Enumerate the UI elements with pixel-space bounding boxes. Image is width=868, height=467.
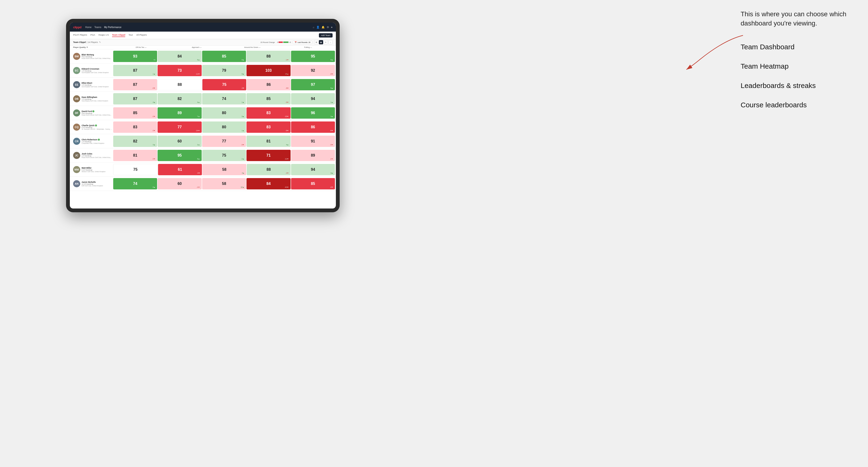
stat-cell[interactable]: 83-10▼: [247, 107, 290, 119]
sub-nav-all-players[interactable]: All Players: [136, 33, 147, 37]
nav-home[interactable]: Home: [85, 26, 92, 29]
stat-cell[interactable]: 84-21▼: [247, 178, 290, 189]
stat-cell[interactable]: 801▲: [202, 121, 246, 133]
stat-cell[interactable]: 5810▲: [202, 178, 246, 189]
stat-cell[interactable]: 823▲: [113, 135, 157, 147]
stat-cell[interactable]: 858▲: [202, 51, 246, 62]
stat-cell[interactable]: 87-3▼: [113, 79, 157, 90]
verified-badge: ✓: [92, 111, 94, 112]
settings-icon[interactable]: ⚙: [327, 26, 329, 29]
team-bar-controls: 20 Round Change -5 +5 📅 Last Rounds: 20 …: [260, 40, 333, 44]
table-row[interactable]: BMBlair McHargPlus HandicapRoyal North D…: [70, 49, 336, 63]
stat-cell[interactable]: 975▲: [291, 79, 335, 90]
stat-cell[interactable]: 81-3▼: [113, 150, 157, 161]
stat-cell[interactable]: 963▲: [291, 107, 335, 119]
stat-cell[interactable]: 89-2▼: [291, 150, 335, 161]
table-row[interactable]: ECEdward Crossman1-5 HandicapSunningdale…: [70, 63, 336, 77]
table-row[interactable]: CRChris Robertson✓1-5 HandicapCraigmilla…: [70, 134, 336, 148]
player-handicap: 1-5 Handicap: [82, 70, 109, 72]
table-row[interactable]: JCJosh Coles1-5 HandicapRoyal North Devo…: [70, 148, 336, 162]
stat-cell[interactable]: 897▲: [158, 107, 202, 119]
sub-nav-team-clippd[interactable]: Team Clippd: [112, 33, 125, 37]
user-icon[interactable]: 👤: [316, 26, 319, 29]
nav-teams[interactable]: Teams: [94, 26, 101, 29]
stat-cell[interactable]: 824▲: [158, 93, 202, 104]
stat-cell[interactable]: 799▲: [202, 65, 246, 76]
stat-cell[interactable]: 86-6▼: [247, 79, 290, 90]
player-club: Royal North Devon Golf Club, United King…: [82, 157, 112, 158]
stat-value: 83: [267, 111, 271, 115]
sub-nav-hcaps[interactable]: Hcaps 1-5: [98, 33, 108, 37]
stat-cell[interactable]: 93+4: [113, 51, 157, 62]
stat-cell[interactable]: 71-11▼: [247, 150, 290, 161]
stat-change: -3▼: [152, 87, 155, 89]
stat-change: -1▼: [285, 59, 288, 61]
stat-cell[interactable]: 83-3▼: [113, 121, 157, 133]
sub-nav-tour[interactable]: Tour: [129, 33, 133, 37]
table-row[interactable]: ANAaron Nicholls11-15 HandicapDrift Golf…: [70, 177, 336, 191]
table-row[interactable]: MMMatt Miller6-10 HandicapWoburn Golf Cl…: [70, 162, 336, 177]
stat-cell[interactable]: 741▲: [202, 93, 246, 104]
player-name: Matt Miller: [82, 167, 105, 169]
putting-header[interactable]: Putting —: [280, 46, 336, 49]
stat-cell[interactable]: 871▲: [113, 65, 157, 76]
stat-cell[interactable]: 959▲: [291, 51, 335, 62]
stat-cell[interactable]: 83-6▼: [247, 121, 290, 133]
table-row[interactable]: DFDavid Ford✓Plus HandicapRoyal North De…: [70, 106, 336, 120]
stat-cell[interactable]: 73-11▼: [158, 65, 202, 76]
stat-cell[interactable]: 75-3▼: [203, 79, 246, 90]
stat-cell[interactable]: 846▲: [158, 51, 202, 62]
list-view-button[interactable]: ≡: [323, 40, 328, 44]
stat-cell[interactable]: 941▲: [291, 93, 335, 104]
stat-value: 84: [267, 182, 271, 186]
sub-nav-pga[interactable]: PGA: [90, 33, 95, 37]
off-tee-header[interactable]: Off the Tee —: [113, 46, 169, 49]
heatmap-view-button[interactable]: ▦: [319, 40, 323, 44]
nav-my-performance[interactable]: My Performance: [104, 26, 121, 29]
stat-cell[interactable]: 88-2▼: [247, 164, 290, 175]
search-icon[interactable]: ⌕: [313, 26, 314, 29]
last-rounds-button[interactable]: 📅 Last Rounds: 20: [293, 40, 312, 44]
stat-cell[interactable]: 61-3▼: [158, 164, 202, 175]
add-team-button[interactable]: Add Team: [319, 33, 333, 37]
stat-cell[interactable]: 814▲: [247, 135, 290, 147]
stat-cell[interactable]: 85-3▼: [113, 107, 157, 119]
player-handicap: 6-10 Handicap: [82, 169, 105, 171]
stat-cell[interactable]: 86-8▼: [291, 121, 335, 133]
avatar-icon[interactable]: ●: [331, 26, 333, 29]
stat-cell[interactable]: 803▲: [202, 107, 246, 119]
stat-cell[interactable]: 88: [158, 79, 202, 90]
approach-header[interactable]: Approach —: [169, 46, 224, 49]
stat-cell[interactable]: 85-4▼: [291, 178, 335, 189]
stat-change: -3▼: [152, 116, 155, 117]
stat-cell[interactable]: 10315▲: [247, 65, 290, 76]
table-row[interactable]: EEElliot Ebert1-5 HandicapSunningdale Go…: [70, 77, 336, 92]
stat-cell[interactable]: 943▲: [291, 164, 335, 175]
stat-cell[interactable]: 874▲: [113, 93, 157, 104]
stat-change: 7▲: [197, 116, 200, 117]
around-green-header[interactable]: Around the Green —: [224, 46, 280, 49]
stat-cell[interactable]: 88-1▼: [247, 51, 290, 62]
stat-cell[interactable]: 77-3▼: [202, 135, 246, 147]
stat-cell[interactable]: 60-1▼: [158, 178, 202, 189]
stat-cell[interactable]: 75: [113, 164, 158, 175]
table-row[interactable]: DBDave Billingham1-5 HandicapGog Magog G…: [70, 92, 336, 106]
stat-cell[interactable]: 85-3▼: [247, 93, 290, 104]
stat-cell[interactable]: 752▲: [202, 150, 246, 161]
stat-cell[interactable]: 748▲: [113, 178, 157, 189]
player-col-header[interactable]: Player Quality ▼: [73, 46, 113, 49]
grid-view-button[interactable]: ⊞: [314, 40, 318, 44]
stat-cell[interactable]: 91-3▼: [291, 135, 335, 147]
table-row[interactable]: CQCharlie Quick✓6-10 HandicapSt. George'…: [70, 120, 336, 134]
edit-icon[interactable]: ✎: [99, 41, 101, 43]
nav-icons: ⌕ 👤 🔔 ⚙ ●: [313, 26, 333, 29]
stat-value: 95: [178, 153, 182, 158]
stat-cell[interactable]: 92-3▼: [291, 65, 335, 76]
stat-cell[interactable]: 602▲: [158, 135, 202, 147]
stat-cell[interactable]: 77-14▼: [158, 121, 202, 133]
sub-nav-pgat[interactable]: PGAT Players: [73, 33, 87, 37]
stat-cell[interactable]: 958▲: [158, 150, 202, 161]
stat-cell[interactable]: 584▲: [203, 164, 246, 175]
bell-icon[interactable]: 🔔: [321, 26, 325, 29]
download-button[interactable]: ↓: [328, 40, 333, 44]
